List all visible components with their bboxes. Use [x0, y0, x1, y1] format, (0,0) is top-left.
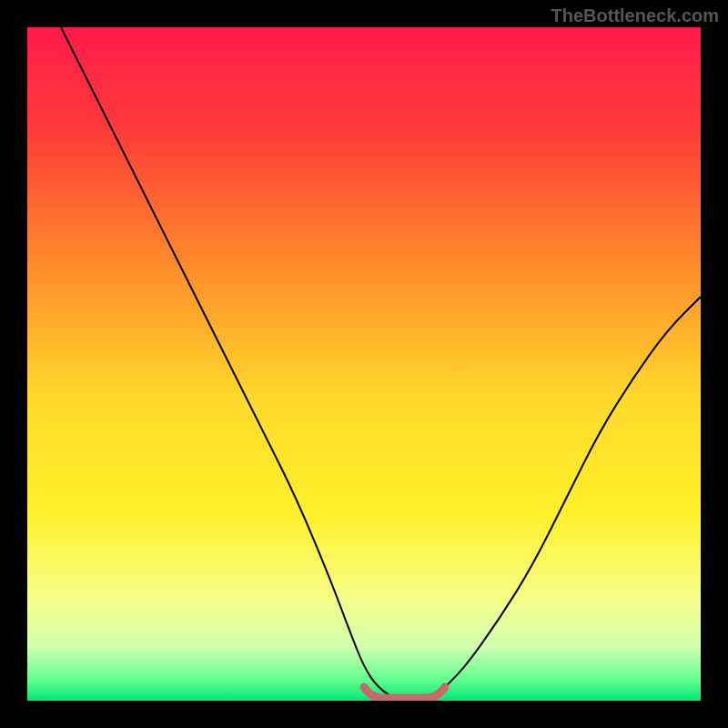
- chart-svg: [27, 27, 701, 701]
- chart-container: TheBottleneck.com: [0, 0, 728, 728]
- watermark-text: TheBottleneck.com: [551, 5, 719, 26]
- gradient-background: [27, 27, 701, 701]
- plot-area: [27, 27, 701, 701]
